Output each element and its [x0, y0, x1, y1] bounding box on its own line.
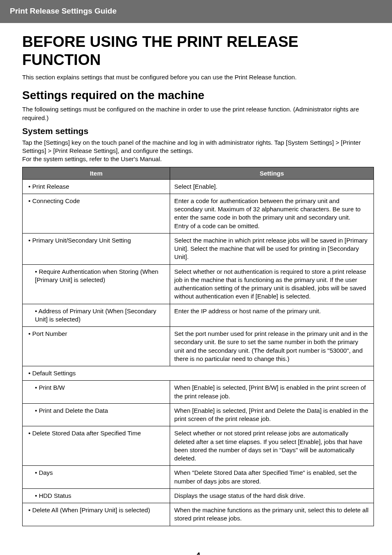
table-cell-settings: Displays the usage status of the hard di… — [170, 488, 374, 503]
table-row: DaysWhen "Delete Stored Data after Speci… — [23, 466, 374, 489]
table-row: Print ReleaseSelect [Enable]. — [23, 179, 374, 194]
table-cell-settings: Select whether or not stored print relea… — [170, 426, 374, 466]
table-cell-settings: Enter the IP address or host name of the… — [170, 304, 374, 327]
table-cell-settings: When "Delete Stored Data after Specified… — [170, 466, 374, 489]
table-cell-item: Delete All (When [Primary Unit] is selec… — [23, 503, 170, 526]
table-cell-item: Print B/W — [23, 381, 170, 404]
table-row: Connecting CodeEnter a code for authenti… — [23, 194, 374, 233]
page-number: 4 — [22, 551, 374, 555]
table-cell-item: Address of Primary Unit (When [Secondary… — [23, 304, 170, 327]
table-cell-settings: Select the machine in which print releas… — [170, 233, 374, 264]
table-header-item: Item — [23, 167, 170, 179]
table-cell-item: Connecting Code — [23, 194, 170, 233]
settings-table: Item Settings Print ReleaseSelect [Enabl… — [22, 167, 374, 526]
table-row: Delete Stored Data after Specified TimeS… — [23, 426, 374, 466]
table-cell-item: Port Number — [23, 327, 170, 366]
table-cell-item: Primary Unit/Secondary Unit Setting — [23, 233, 170, 264]
table-cell-settings: When [Enable] is selected, [Print and De… — [170, 403, 374, 426]
table-row: Print and Delete the DataWhen [Enable] i… — [23, 403, 374, 426]
table-cell-settings: Set the port number used for print relea… — [170, 327, 374, 366]
table-cell-settings: When [Enable] is selected, [Print B/W] i… — [170, 381, 374, 404]
table-cell-settings: When the machine functions as the primar… — [170, 503, 374, 526]
table-cell-settings: Enter a code for authentication between … — [170, 194, 374, 233]
document-header: Print Release Settings Guide — [0, 0, 392, 23]
subsection-body-system-settings: Tap the [Settings] key on the touch pane… — [22, 139, 374, 164]
page-content: BEFORE USING THE PRINT RELEASE FUNCTION … — [0, 23, 392, 555]
table-row: HDD StatusDisplays the usage status of t… — [23, 488, 374, 503]
table-row: Print B/WWhen [Enable] is selected, [Pri… — [23, 381, 374, 404]
table-cell-item: Default Settings — [23, 366, 374, 381]
table-cell-item: Print and Delete the Data — [23, 403, 170, 426]
table-row: Default Settings — [23, 366, 374, 381]
table-cell-item: Days — [23, 466, 170, 489]
table-cell-settings: Select whether or not authentication is … — [170, 264, 374, 304]
table-row: Delete All (When [Primary Unit] is selec… — [23, 503, 374, 526]
table-header-settings: Settings — [170, 167, 374, 179]
intro-paragraph: This section explains settings that must… — [22, 74, 374, 81]
section-heading-settings-required: Settings required on the machine — [22, 89, 374, 102]
table-row: Port NumberSet the port number used for … — [23, 327, 374, 366]
page-title: BEFORE USING THE PRINT RELEASE FUNCTION — [22, 33, 374, 69]
table-row: Require Authentication when Storing (Whe… — [23, 264, 374, 304]
table-cell-item: HDD Status — [23, 488, 170, 503]
table-cell-item: Delete Stored Data after Specified Time — [23, 426, 170, 466]
table-cell-item: Require Authentication when Storing (Whe… — [23, 264, 170, 304]
section-body-settings-required: The following settings must be configure… — [22, 105, 374, 122]
table-row: Address of Primary Unit (When [Secondary… — [23, 304, 374, 327]
table-cell-settings: Select [Enable]. — [170, 179, 374, 194]
subsection-heading-system-settings: System settings — [22, 126, 374, 136]
table-row: Primary Unit/Secondary Unit SettingSelec… — [23, 233, 374, 264]
table-cell-item: Print Release — [23, 179, 170, 194]
table-header-row: Item Settings — [23, 167, 374, 179]
